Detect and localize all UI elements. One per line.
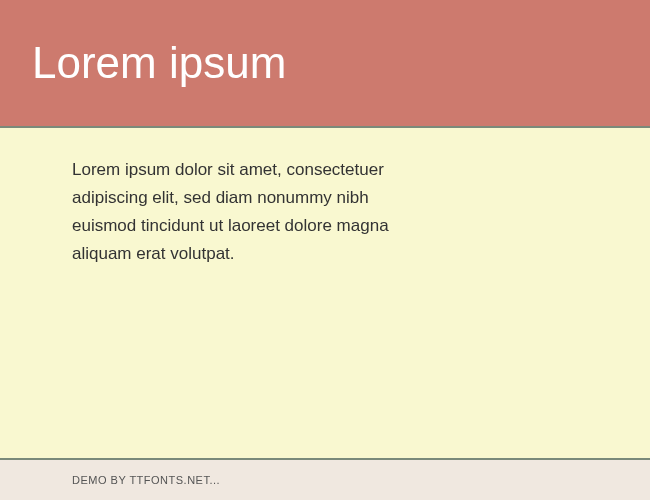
page-title: Lorem ipsum	[32, 38, 286, 88]
footer-credit: DEMO BY TTFONTS.NET...	[72, 474, 220, 486]
header-banner: Lorem ipsum	[0, 0, 650, 128]
content-area: Lorem ipsum dolor sit amet, consectetuer…	[0, 128, 650, 460]
footer-bar: DEMO BY TTFONTS.NET...	[0, 460, 650, 500]
body-text: Lorem ipsum dolor sit amet, consectetuer…	[72, 156, 392, 268]
